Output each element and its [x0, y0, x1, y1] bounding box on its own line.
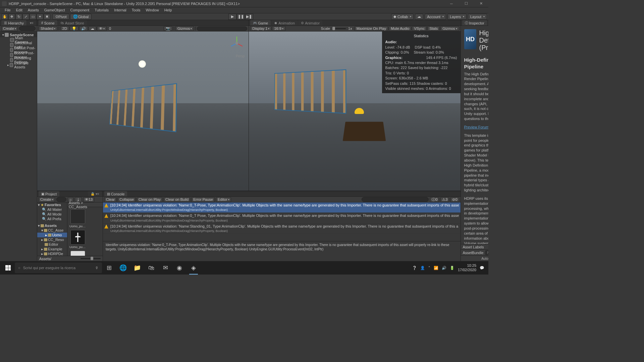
grid-size-slider[interactable]	[80, 258, 101, 259]
folder-row[interactable]: ▸HDRPDe	[37, 251, 67, 256]
tab-animation[interactable]: ⏺ Animation	[271, 20, 298, 25]
taskbar-search-input[interactable]: ○ Scrivi qui per eseguire la ricerca 🎙	[15, 262, 102, 273]
preview-forum-link[interactable]: Preview Forum	[464, 125, 488, 129]
rotate-tool-button[interactable]: ↻	[15, 14, 22, 20]
tab-lighting[interactable]: ☀ Lighting	[488, 20, 488, 25]
console-clear-on-play-toggle[interactable]: Clear on Play	[137, 197, 162, 202]
menu-file[interactable]: File	[2, 7, 13, 13]
global-toggle[interactable]: 🌐 Global	[70, 14, 92, 20]
axis-gizmo[interactable]	[228, 35, 245, 52]
tab-scene[interactable]: # Scene	[39, 20, 57, 25]
tray-help-icon[interactable]: ❔	[412, 266, 417, 270]
tray-people-icon[interactable]: 👤	[420, 266, 425, 270]
start-button[interactable]	[1, 261, 15, 275]
favorite-item[interactable]: 🔍All Mode	[37, 212, 67, 217]
folder-row[interactable]: ▸CC_Reso	[37, 237, 67, 242]
maximize-button[interactable]: ☐	[459, 0, 474, 7]
tray-chevron-icon[interactable]: ˄	[428, 266, 430, 270]
asset-item[interactable]: Uomo_pun…	[69, 209, 86, 228]
scene-search-input[interactable]	[197, 26, 247, 31]
taskbar-clock[interactable]: 10:25 17/02/2020	[458, 263, 476, 272]
console-clear-button[interactable]: Clear	[104, 197, 116, 202]
pause-button[interactable]: ❚❚	[237, 14, 245, 20]
console-collapse-toggle[interactable]: Collapse	[118, 197, 136, 202]
2d-toggle[interactable]: 2D	[60, 26, 69, 31]
play-button[interactable]: ▶	[228, 14, 236, 20]
move-tool-button[interactable]: ✥	[8, 14, 15, 20]
project-create-dropdown[interactable]: Create	[39, 197, 55, 202]
explorer-icon[interactable]: 📁	[130, 261, 144, 275]
menu-window[interactable]: Window	[143, 7, 162, 13]
scale-slider[interactable]	[332, 27, 335, 30]
asset-item[interactable]: Uomo_pun…	[69, 230, 86, 249]
custom-tool-button[interactable]: ✖	[44, 14, 50, 20]
favorites-row[interactable]: ▾★Favorites	[37, 202, 67, 207]
console-clear-on-build-toggle[interactable]: Clear on Build	[164, 197, 190, 202]
stats-toggle[interactable]: Stats	[427, 26, 440, 31]
gizmos-dropdown[interactable]: Gizmos	[175, 26, 194, 31]
tray-volume-icon[interactable]: 🔊	[442, 266, 446, 270]
folder-row[interactable]: ▾CC_Asse	[37, 228, 67, 233]
assetbundle-name-dropdown[interactable]: None	[485, 250, 488, 255]
scale-tool-button[interactable]: ⤢	[22, 14, 29, 20]
unity-taskbar-icon[interactable]: ◈	[186, 261, 201, 275]
step-button[interactable]: ▶❚	[245, 14, 253, 20]
notifications-icon[interactable]: 💬	[480, 266, 484, 270]
camera-icon[interactable]: 📷	[164, 26, 172, 31]
tab-hierarchy[interactable]: ☰ Hierarchy	[1, 20, 26, 25]
favorite-item[interactable]: 🔍All Prefa	[37, 217, 67, 221]
vsync-toggle[interactable]: VSync	[412, 26, 427, 31]
hierarchy-search-input[interactable]	[19, 26, 36, 31]
console-log-row[interactable]: [10:24:34] Identifier uniqueness violati…	[103, 202, 461, 213]
cloud-button[interactable]: ☁	[415, 14, 423, 20]
task-view-icon[interactable]: ⊞	[102, 261, 116, 275]
console-log-row[interactable]: [10:24:34] Identifier uniqueness violati…	[103, 224, 461, 234]
project-search-input[interactable]	[56, 197, 66, 202]
console-error-pause-toggle[interactable]: Error Pause	[192, 197, 215, 202]
tray-battery-icon[interactable]: 🔋	[450, 266, 454, 270]
lighting-toggle-icon[interactable]: 💡	[70, 26, 78, 31]
tab-asset-store[interactable]: 🛍 Asset Store	[58, 20, 87, 25]
console-editor-dropdown[interactable]: Editor	[216, 197, 231, 202]
tab-game[interactable]: 🎮 Game	[250, 20, 271, 25]
projection-label[interactable]: Persp	[236, 54, 245, 58]
menu-edit[interactable]: Edit	[13, 7, 25, 13]
favorite-item[interactable]: 🔍All Mater	[37, 207, 67, 212]
console-error-count[interactable]: ⊘ 0	[450, 197, 459, 202]
fx-toggle-icon[interactable]: ☁	[89, 26, 96, 31]
maximize-on-play-toggle[interactable]: Maximize On Play	[355, 26, 388, 31]
menu-help[interactable]: Help	[162, 7, 175, 13]
tab-console[interactable]: ▤ Console	[104, 191, 127, 196]
scene-viewport[interactable]: Persp	[37, 32, 249, 191]
console-search-input[interactable]	[362, 197, 429, 202]
chrome-icon[interactable]: ◉	[172, 261, 186, 275]
layout-dropdown[interactable]: Layout	[468, 14, 487, 20]
display-dropdown[interactable]: Display 1	[250, 26, 271, 31]
menu-tutorials[interactable]: Tutorials	[92, 7, 111, 13]
asset-item[interactable]	[69, 251, 86, 256]
tab-inspector[interactable]: ⓘ Inspector	[462, 20, 487, 25]
menu-gameobject[interactable]: GameObject	[42, 7, 68, 13]
assets-root-row[interactable]: ▾Assets	[37, 223, 67, 228]
menu-internal[interactable]: Internal	[111, 7, 129, 13]
menu-component[interactable]: Component	[67, 7, 92, 13]
rect-tool-button[interactable]: ▭	[30, 14, 36, 20]
hierarchy-create-dropdown[interactable]: Create	[1, 26, 18, 31]
store-icon[interactable]: 🛍	[144, 261, 158, 275]
hand-tool-button[interactable]: ✋	[1, 14, 8, 20]
aspect-dropdown[interactable]: 16:9	[272, 26, 285, 31]
folder-row[interactable]: Editor	[37, 242, 67, 247]
menu-assets[interactable]: Assets	[25, 7, 42, 13]
project-context-icon[interactable]: 🔒 ▾≡	[88, 191, 102, 196]
audio-toggle-icon[interactable]: 🔊	[79, 26, 88, 31]
console-info-count[interactable]: ⓘ 0	[430, 197, 439, 202]
edge-icon[interactable]: 🌐	[116, 261, 130, 275]
folder-row[interactable]: ▸Example	[37, 247, 67, 251]
folder-row[interactable]: ▸Uomo	[37, 233, 67, 237]
tray-wifi-icon[interactable]: 📶	[434, 266, 438, 270]
collab-dropdown[interactable]: ◆ Collab	[391, 14, 414, 20]
console-warn-count[interactable]: ⚠ 3	[440, 197, 449, 202]
minimize-button[interactable]: ─	[444, 0, 459, 7]
console-log-row[interactable]: [10:24:34] Identifier uniqueness violati…	[103, 213, 461, 223]
menu-tools[interactable]: Tools	[129, 7, 143, 13]
